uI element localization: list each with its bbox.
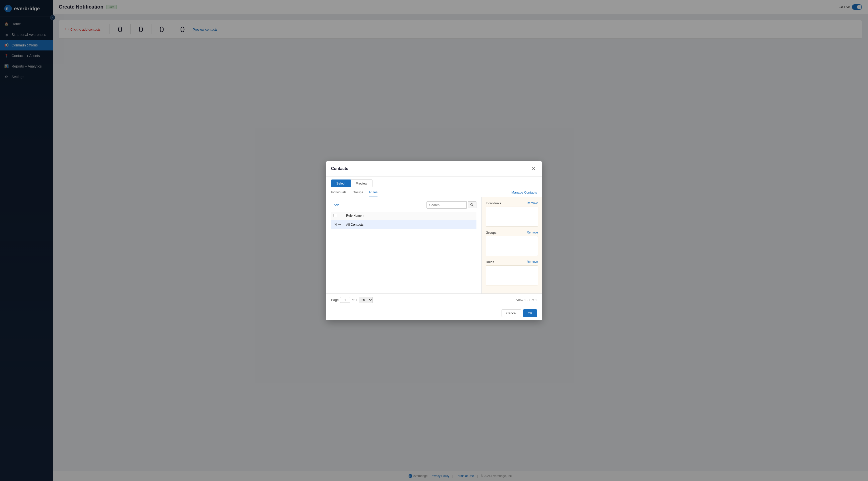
rules-subtab[interactable]: Rules <box>369 190 377 197</box>
search-row <box>427 201 476 209</box>
row-select-icon[interactable]: ☑ <box>334 222 337 227</box>
page-input[interactable] <box>340 297 350 303</box>
select-all-checkbox[interactable] <box>334 214 337 217</box>
svg-point-2 <box>471 203 473 206</box>
individuals-section-header: Individuals Remove <box>486 201 538 205</box>
row-checkbox-cell: ☑ ✏ <box>331 220 344 229</box>
groups-section-title: Groups <box>486 231 497 234</box>
groups-section: Groups Remove <box>486 231 538 256</box>
individuals-box <box>486 206 538 227</box>
preview-tab-button[interactable]: Preview <box>351 180 372 187</box>
modal-footer: Cancel OK <box>326 306 542 320</box>
modal-header: Contacts ✕ <box>326 161 542 177</box>
table-row[interactable]: ☑ ✏ All Contacts <box>331 220 476 229</box>
sub-tabs-row: Individuals Groups Rules Manage Contacts <box>331 190 537 197</box>
main-area: Create Notification Live Go Live * * Cli… <box>53 0 868 481</box>
main-content: * * Click to add contacts 0 0 0 0 Previe… <box>53 14 868 471</box>
pagination: Page of 1 10 25 50 100 View 1 - 1 of 1 <box>326 293 542 306</box>
search-icon <box>470 203 474 206</box>
manage-contacts-link[interactable]: Manage Contacts <box>512 191 537 197</box>
sub-tabs-left: Individuals Groups Rules <box>331 190 377 197</box>
search-button[interactable] <box>468 201 476 209</box>
ok-button[interactable]: OK <box>523 309 537 317</box>
individuals-section-title: Individuals <box>486 201 501 205</box>
rules-section-header: Rules Remove <box>486 260 538 264</box>
groups-subtab[interactable]: Groups <box>352 190 363 197</box>
modal-title: Contacts <box>331 166 348 171</box>
modal-btn-tabs: Select Preview <box>331 180 537 187</box>
per-page-select[interactable]: 10 25 50 100 <box>359 297 373 303</box>
select-tab-button[interactable]: Select <box>331 180 351 187</box>
modal-tabs-row: Select Preview Individuals Groups Rules … <box>326 177 542 197</box>
page-info: Page of 1 10 25 50 100 <box>331 297 373 303</box>
add-button[interactable]: + Add <box>331 203 340 207</box>
groups-section-header: Groups Remove <box>486 231 538 234</box>
table-header-checkbox-cell <box>331 212 344 220</box>
individuals-remove-link[interactable]: Remove <box>527 201 538 205</box>
rules-section: Rules Remove <box>486 260 538 285</box>
modal-right-panel: Individuals Remove Groups Remove <box>482 197 542 293</box>
page-label: Page <box>331 298 339 302</box>
individuals-subtab[interactable]: Individuals <box>331 190 346 197</box>
modal-left-panel: + Add <box>326 197 482 293</box>
add-row: + Add <box>331 201 476 209</box>
individuals-section: Individuals Remove <box>486 201 538 227</box>
of-label: of 1 <box>352 298 357 302</box>
search-input[interactable] <box>427 201 467 209</box>
cancel-button[interactable]: Cancel <box>502 309 521 317</box>
row-icons: ☑ ✏ <box>334 222 341 227</box>
row-edit-icon[interactable]: ✏ <box>338 222 341 226</box>
rule-name-header: Rule Name ↑ <box>344 212 476 220</box>
modal-overlay: Contacts ✕ Select Preview Individuals Gr… <box>53 14 868 471</box>
groups-box <box>486 236 538 256</box>
contacts-modal: Contacts ✕ Select Preview Individuals Gr… <box>326 161 542 320</box>
rule-name-cell: All Contacts <box>344 220 476 229</box>
groups-remove-link[interactable]: Remove <box>527 231 538 234</box>
modal-close-button[interactable]: ✕ <box>530 165 537 172</box>
view-info: View 1 - 1 of 1 <box>516 298 537 302</box>
modal-body: + Add <box>326 197 542 293</box>
rules-box <box>486 265 538 285</box>
rules-section-title: Rules <box>486 260 494 264</box>
svg-line-3 <box>473 205 474 206</box>
rules-remove-link[interactable]: Remove <box>527 260 538 264</box>
rules-table: Rule Name ↑ ☑ ✏ <box>331 212 476 229</box>
